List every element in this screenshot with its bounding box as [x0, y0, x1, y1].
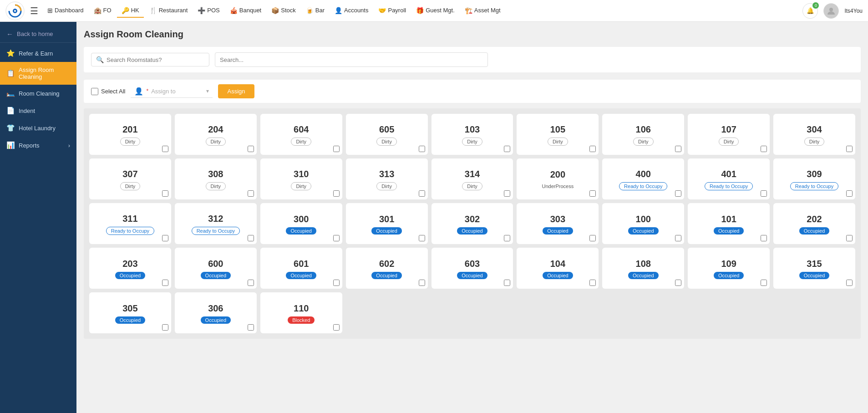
room-card[interactable]: 104Occupied: [517, 248, 599, 289]
room-card[interactable]: 303Occupied: [517, 203, 599, 244]
room-card[interactable]: 100Occupied: [602, 203, 684, 244]
room-card[interactable]: 309Ready to Occupy: [773, 158, 855, 199]
room-select-checkbox[interactable]: [162, 280, 168, 286]
assign-to-dropdown[interactable]: 👤 * Assign to ▾: [131, 85, 213, 98]
room-select-checkbox[interactable]: [333, 280, 340, 286]
room-card[interactable]: 105Dirty: [517, 114, 599, 155]
room-select-checkbox[interactable]: [761, 280, 767, 286]
room-card[interactable]: 302Occupied: [431, 203, 513, 244]
room-select-checkbox[interactable]: [419, 280, 425, 286]
room-select-checkbox[interactable]: [589, 280, 596, 286]
room-select-checkbox[interactable]: [248, 146, 254, 152]
room-card[interactable]: 304Dirty: [773, 114, 855, 155]
room-card[interactable]: 301Occupied: [346, 203, 428, 244]
room-card[interactable]: 108Occupied: [602, 248, 684, 289]
room-card[interactable]: 308Dirty: [175, 158, 257, 199]
nav-banquet[interactable]: 🎪 Banquet: [225, 4, 266, 18]
room-card[interactable]: 311Ready to Occupy: [89, 203, 171, 244]
room-select-checkbox[interactable]: [333, 235, 340, 241]
room-card[interactable]: 315Occupied: [773, 248, 855, 289]
sidebar-item-refer[interactable]: ⭐ Refer & Earn: [0, 45, 76, 62]
room-select-checkbox[interactable]: [675, 190, 681, 197]
room-card[interactable]: 110Blocked: [260, 292, 342, 333]
nav-dashboard[interactable]: ⊞ Dashboard: [43, 4, 88, 18]
room-card[interactable]: 204Dirty: [175, 114, 257, 155]
room-select-checkbox[interactable]: [333, 324, 340, 331]
room-card[interactable]: 200UnderProcess: [517, 158, 599, 199]
room-card[interactable]: 313Dirty: [346, 158, 428, 199]
room-select-checkbox[interactable]: [675, 280, 681, 286]
room-select-checkbox[interactable]: [504, 190, 510, 197]
room-select-checkbox[interactable]: [846, 146, 853, 152]
nav-restaurant[interactable]: 🍴 Restaurant: [145, 4, 193, 18]
nav-asset-mgt[interactable]: 🏗️ Asset Mgt: [460, 4, 505, 18]
room-select-checkbox[interactable]: [504, 280, 510, 286]
room-select-checkbox[interactable]: [162, 190, 168, 197]
nav-payroll[interactable]: 🤝 Payroll: [374, 4, 411, 18]
room-select-checkbox[interactable]: [419, 235, 425, 241]
select-all-label[interactable]: Select All: [91, 88, 125, 95]
room-select-checkbox[interactable]: [589, 146, 596, 152]
room-card[interactable]: 312Ready to Occupy: [175, 203, 257, 244]
room-select-checkbox[interactable]: [675, 146, 681, 152]
avatar[interactable]: [823, 3, 839, 19]
sidebar-item-indent[interactable]: 📄 Indent: [0, 102, 76, 119]
room-card[interactable]: 307Dirty: [89, 158, 171, 199]
room-card[interactable]: 201Dirty: [89, 114, 171, 155]
room-select-checkbox[interactable]: [162, 235, 168, 241]
room-card[interactable]: 106Dirty: [602, 114, 684, 155]
room-card[interactable]: 103Dirty: [431, 114, 513, 155]
room-card[interactable]: 314Dirty: [431, 158, 513, 199]
room-select-checkbox[interactable]: [162, 146, 168, 152]
room-card[interactable]: 605Dirty: [346, 114, 428, 155]
nav-fo[interactable]: 🏨 FO: [89, 4, 116, 18]
room-card[interactable]: 401Ready to Occupy: [688, 158, 770, 199]
room-select-checkbox[interactable]: [761, 146, 767, 152]
room-card[interactable]: 604Dirty: [260, 114, 342, 155]
room-card[interactable]: 305Occupied: [89, 292, 171, 333]
nav-bar[interactable]: 🍺 Bar: [301, 4, 329, 18]
room-select-checkbox[interactable]: [589, 235, 596, 241]
hamburger-icon[interactable]: ☰: [30, 5, 38, 16]
sidebar-item-reports[interactable]: 📊 Reports ›: [0, 137, 76, 154]
sidebar-item-cleaning[interactable]: 🛏️ Room Cleaning: [0, 85, 76, 102]
room-card[interactable]: 107Dirty: [688, 114, 770, 155]
room-card[interactable]: 203Occupied: [89, 248, 171, 289]
room-card[interactable]: 300Occupied: [260, 203, 342, 244]
room-card[interactable]: 602Occupied: [346, 248, 428, 289]
room-card[interactable]: 400Ready to Occupy: [602, 158, 684, 199]
room-card[interactable]: 600Occupied: [175, 248, 257, 289]
room-select-checkbox[interactable]: [846, 235, 853, 241]
room-select-checkbox[interactable]: [589, 190, 596, 197]
room-select-checkbox[interactable]: [248, 235, 254, 241]
room-select-checkbox[interactable]: [248, 280, 254, 286]
general-search-input[interactable]: [220, 56, 483, 63]
room-select-checkbox[interactable]: [761, 235, 767, 241]
room-card[interactable]: 601Occupied: [260, 248, 342, 289]
sidebar-item-back[interactable]: ← Back to home: [0, 25, 76, 43]
notification-button[interactable]: 🔔 0: [802, 3, 818, 19]
roomstatus-search-input[interactable]: [107, 56, 204, 63]
room-select-checkbox[interactable]: [675, 235, 681, 241]
room-select-checkbox[interactable]: [162, 324, 168, 331]
room-card[interactable]: 202Occupied: [773, 203, 855, 244]
room-select-checkbox[interactable]: [248, 324, 254, 331]
room-select-checkbox[interactable]: [333, 146, 340, 152]
nav-accounts[interactable]: 👤 Accounts: [330, 4, 373, 18]
sidebar-item-assign[interactable]: 📋 Assign Room Cleaning: [0, 62, 76, 85]
nav-stock[interactable]: 📦 Stock: [267, 4, 300, 18]
sidebar-item-laundry[interactable]: 👕 Hotel Laundry: [0, 119, 76, 137]
room-card[interactable]: 109Occupied: [688, 248, 770, 289]
room-select-checkbox[interactable]: [419, 146, 425, 152]
room-select-checkbox[interactable]: [504, 146, 510, 152]
room-select-checkbox[interactable]: [761, 190, 767, 197]
room-select-checkbox[interactable]: [248, 190, 254, 197]
nav-guest-mgt[interactable]: 🎁 Guest Mgt.: [411, 4, 459, 18]
select-all-checkbox[interactable]: [91, 88, 98, 95]
room-select-checkbox[interactable]: [419, 190, 425, 197]
room-card[interactable]: 603Occupied: [431, 248, 513, 289]
room-select-checkbox[interactable]: [504, 235, 510, 241]
assign-button[interactable]: Assign: [218, 84, 254, 98]
room-select-checkbox[interactable]: [846, 190, 853, 197]
room-card[interactable]: 310Dirty: [260, 158, 342, 199]
